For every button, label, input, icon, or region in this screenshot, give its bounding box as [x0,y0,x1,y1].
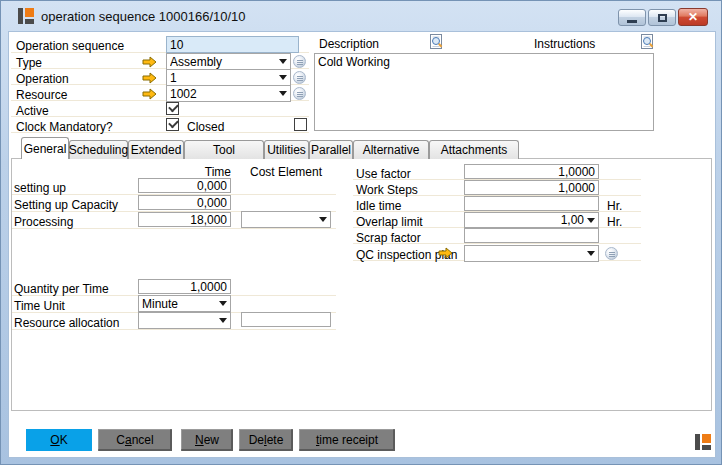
tab-parallel[interactable]: Parallel [309,140,353,159]
row-separator [11,116,309,117]
qc-inspection-plan-select-list-button[interactable] [605,247,618,260]
instructions-label: Instructions [534,37,595,51]
delete-button[interactable]: Delete [239,429,293,451]
operation-sequence-label: Operation sequence [16,39,124,53]
overlap-limit-label: Overlap limit [356,215,423,229]
tab-general[interactable]: General [21,137,69,159]
cancel-button[interactable]: Cancel [98,429,172,451]
new-button[interactable]: New [181,429,233,451]
qc-inspection-plan-dropdown[interactable] [464,245,599,262]
check-icon [168,102,179,113]
chevron-down-icon [587,218,595,223]
idle-time-label: Idle time [356,199,401,213]
tab-alternative[interactable]: Alternative [353,140,429,159]
use-factor-label: Use factor [356,167,411,181]
ok-button[interactable]: OK [26,429,92,451]
work-steps-label: Work Steps [356,183,418,197]
overlap-limit-unit: Hr. [607,215,622,229]
minimize-button[interactable] [618,9,646,26]
tab-attachments[interactable]: Attachments [429,140,519,159]
close-button[interactable]: ✕ [678,8,708,26]
closed-label: Closed [187,120,224,134]
operation-dropdown[interactable]: 1 [166,69,291,86]
scrap-factor-input[interactable] [464,228,599,243]
tab-utilities[interactable]: Utilities [264,140,309,159]
resize-grip-logo[interactable] [695,434,711,450]
time-unit-label: Time Unit [14,299,65,313]
list-icon [297,92,303,93]
instructions-editor-icon[interactable] [640,33,655,50]
chevron-down-icon [219,301,227,306]
resource-allocation-label: Resource allocation [14,316,119,330]
processing-input[interactable] [138,212,231,227]
processing-label: Processing [14,215,73,229]
scrap-factor-label: Scrap factor [356,231,421,245]
resource-allocation-dropdown[interactable] [138,312,231,329]
close-icon: ✕ [688,11,698,23]
resource-select-list-button[interactable] [293,87,306,100]
operation-sequence-input[interactable] [166,36,299,53]
list-icon [297,60,303,61]
active-label: Active [16,104,49,118]
description-label: Description [319,37,379,51]
time-receipt-button[interactable]: time receipt [299,429,395,451]
clock-mandatory-label: Clock Mandatory? [16,120,113,134]
setting-up-input[interactable] [138,178,231,193]
cost-element-column-header: Cost Element [241,165,331,179]
dialog-window: operation sequence 1000166/10/10 ✕ Opera… [0,0,722,465]
operation-select-list-button[interactable] [293,71,306,84]
list-icon [297,76,303,77]
chevron-down-icon [319,217,327,222]
overlap-limit-combo[interactable]: 1,00 [464,212,599,228]
active-checkbox[interactable] [166,102,179,115]
quantity-per-time-input[interactable] [138,279,231,294]
type-dropdown[interactable]: Assembly [166,53,291,70]
minimize-icon [627,20,637,23]
operation-label: Operation [16,72,69,86]
resource-link-arrow-icon[interactable] [142,88,157,100]
type-link-arrow-icon[interactable] [142,56,157,68]
maximize-button[interactable] [648,9,676,26]
maximize-icon [658,14,667,22]
type-select-list-button[interactable] [293,55,306,68]
chevron-down-icon [587,251,595,256]
use-factor-input[interactable] [464,164,599,179]
resource-dropdown[interactable]: 1002 [166,85,291,102]
title-bar: operation sequence 1000166/10/10 ✕ [1,1,722,31]
type-label: Type [16,56,42,70]
window-title: operation sequence 1000166/10/10 [41,9,246,24]
time-unit-dropdown[interactable]: Minute [138,295,231,312]
operation-link-arrow-icon[interactable] [142,72,157,84]
description-editor-icon[interactable] [429,33,444,50]
clock-mandatory-checkbox[interactable] [166,118,179,131]
chevron-down-icon [279,75,287,80]
setting-up-capacity-input[interactable] [138,195,231,210]
quantity-per-time-label: Quantity per Time [14,282,109,296]
list-icon [609,252,615,253]
idle-time-input[interactable] [464,196,599,211]
qc-inspection-plan-link-arrow-icon[interactable] [438,247,453,259]
cost-element-dropdown[interactable] [241,211,331,228]
tab-scheduling[interactable]: Scheduling [69,140,128,159]
tab-extended[interactable]: Extended [128,140,184,159]
setting-up-label: setting up [14,181,66,195]
chevron-down-icon [219,318,227,323]
closed-checkbox[interactable] [294,118,307,131]
check-icon [168,118,179,129]
idle-time-unit: Hr. [607,199,622,213]
resource-allocation-extra-input[interactable] [241,312,331,327]
tab-tool[interactable]: Tool [184,140,264,159]
time-column-header: Time [151,165,231,179]
chevron-down-icon [279,59,287,64]
description-textarea[interactable]: Cold Working [314,53,654,131]
setting-up-capacity-label: Setting up Capacity [14,198,118,212]
resource-label: Resource [16,88,67,102]
chevron-down-icon [279,91,287,96]
work-steps-input[interactable] [464,180,599,195]
app-logo-icon [18,8,34,24]
